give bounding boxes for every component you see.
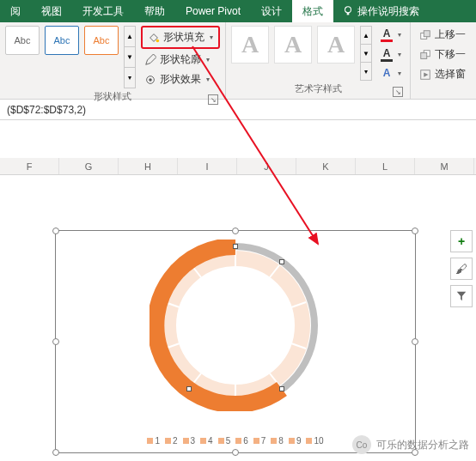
tab-format[interactable]: 格式 — [292, 0, 333, 22]
tab-review[interactable]: 阅 — [0, 0, 31, 22]
col-header[interactable]: K — [296, 158, 356, 174]
legend-item: 2 — [165, 436, 178, 446]
chart-object[interactable]: 1 2 3 4 5 6 7 8 9 10 — [55, 230, 416, 453]
col-header[interactable]: J — [237, 158, 296, 174]
legend-item: 5 — [218, 436, 231, 446]
tab-design[interactable]: 设计 — [251, 0, 292, 22]
dropdown-icon: ▾ — [125, 68, 135, 88]
tell-me-search[interactable]: 操作说明搜索 — [333, 0, 428, 22]
text-outline-button[interactable]: A ▾ — [377, 45, 405, 64]
svg-rect-6 — [424, 30, 430, 36]
series-handle[interactable] — [233, 244, 238, 249]
col-header[interactable]: G — [59, 158, 119, 174]
column-headers: F G H I J K L M — [0, 158, 476, 175]
col-header[interactable]: F — [0, 158, 59, 174]
legend-item: 8 — [271, 436, 284, 446]
col-header[interactable]: H — [119, 158, 178, 174]
ribbon-tabs: 阅 视图 开发工具 帮助 Power Pivot 设计 格式 操作说明搜索 — [0, 0, 476, 22]
resize-handle[interactable] — [52, 449, 59, 456]
ribbon-body: Abc Abc Abc ▲ ▼ ▾ 形状填充 ▾ 形状轮廓 — [0, 22, 476, 100]
send-backward-button[interactable]: 下移一 — [416, 45, 469, 64]
chart-side-tools: + 🖌 — [450, 230, 473, 307]
text-fill-button[interactable]: A ▾ — [377, 26, 405, 44]
legend-item: 4 — [200, 436, 213, 446]
highlight-annotation: 形状填充 ▾ — [141, 26, 220, 49]
chevron-up-icon: ▲ — [125, 27, 135, 47]
shape-outline-label: 形状轮廓 — [160, 52, 201, 67]
paint-bucket-icon — [148, 32, 160, 44]
tab-help[interactable]: 帮助 — [134, 0, 175, 22]
group-label-wordart: 艺术字样式 ↘ — [231, 81, 405, 99]
shape-style-gallery-more[interactable]: ▲ ▼ ▾ — [124, 26, 136, 88]
dropdown-icon: ▾ — [206, 76, 210, 83]
resize-handle[interactable] — [52, 227, 59, 234]
pen-icon — [144, 54, 156, 66]
shape-style-1[interactable]: Abc — [5, 26, 40, 55]
shape-outline-button[interactable]: 形状轮廓 ▾ — [141, 51, 220, 69]
funnel-icon — [455, 290, 467, 302]
chart-styles-button[interactable]: 🖌 — [450, 258, 473, 280]
series-handle[interactable] — [186, 386, 192, 391]
tab-developer[interactable]: 开发工具 — [72, 0, 134, 22]
tab-view[interactable]: 视图 — [31, 0, 72, 22]
svg-rect-1 — [347, 13, 350, 15]
text-outline-icon: A — [381, 47, 393, 62]
tell-me-label: 操作说明搜索 — [357, 4, 419, 19]
resize-handle[interactable] — [232, 449, 239, 456]
shape-fill-button[interactable]: 形状填充 ▾ — [144, 28, 217, 46]
resize-handle[interactable] — [412, 338, 418, 345]
col-header[interactable]: I — [178, 158, 237, 174]
selection-pane-label: 选择窗 — [435, 67, 466, 82]
watermark: Co 可乐的数据分析之路 — [352, 435, 469, 454]
selection-pane-button[interactable]: 选择窗 — [416, 65, 469, 83]
effects-icon — [144, 74, 156, 86]
series-handle[interactable] — [279, 259, 284, 264]
shape-style-3[interactable]: Abc — [84, 26, 119, 55]
series-handle[interactable] — [279, 386, 284, 391]
wordart-style-2[interactable]: A — [274, 26, 312, 64]
svg-rect-8 — [421, 52, 427, 58]
legend-item: 3 — [183, 436, 196, 446]
dropdown-icon: ▾ — [206, 56, 210, 64]
dropdown-icon: ▾ — [210, 33, 213, 41]
bring-forward-icon — [419, 29, 431, 41]
text-effects-icon: A — [381, 67, 393, 79]
group-shape-styles: Abc Abc Abc ▲ ▼ ▾ 形状填充 ▾ 形状轮廓 — [0, 22, 226, 99]
svg-point-11 — [168, 258, 302, 392]
chevron-down-icon: ▼ — [125, 47, 135, 68]
shape-effects-button[interactable]: 形状效果 ▾ — [141, 70, 220, 88]
send-backward-label: 下移一 — [435, 47, 466, 62]
chart-elements-button[interactable]: + — [450, 230, 473, 252]
svg-point-0 — [345, 7, 351, 13]
wordart-gallery-more[interactable]: ▲ ▼ ▾ — [360, 26, 372, 81]
dialog-launcher-icon[interactable]: ↘ — [393, 87, 403, 97]
resize-handle[interactable] — [52, 338, 59, 345]
resize-handle[interactable] — [232, 227, 239, 234]
chevron-up-icon: ▲ — [361, 27, 371, 45]
donut-svg — [150, 240, 321, 411]
legend-item: 9 — [289, 436, 302, 446]
donut-chart[interactable] — [150, 240, 321, 411]
col-header[interactable]: M — [415, 158, 474, 174]
wordart-style-3[interactable]: A — [317, 26, 355, 64]
text-effects-button[interactable]: A ▾ — [377, 65, 405, 81]
tab-powerpivot[interactable]: Power Pivot — [175, 0, 251, 22]
bring-forward-button[interactable]: 上移一 — [416, 26, 469, 44]
text-fill-icon: A — [381, 27, 393, 42]
group-label-shape-styles: 形状样式 ↘ — [5, 88, 220, 106]
legend-item: 7 — [253, 436, 266, 446]
dialog-launcher-icon[interactable]: ↘ — [208, 94, 218, 105]
svg-point-2 — [156, 39, 160, 42]
resize-handle[interactable] — [412, 227, 418, 234]
chart-filters-button[interactable] — [450, 285, 473, 307]
shape-style-2[interactable]: Abc — [45, 26, 79, 55]
watermark-text: 可乐的数据分析之路 — [376, 438, 469, 452]
shape-fill-label: 形状填充 — [163, 30, 204, 45]
wordart-style-1[interactable]: A — [231, 26, 269, 64]
dropdown-icon: ▾ — [398, 31, 401, 39]
col-header[interactable]: L — [356, 158, 415, 174]
dropdown-icon: ▾ — [398, 70, 401, 77]
worksheet[interactable]: F G H I J K L M — [0, 158, 476, 461]
group-arrange: 上移一 下移一 选择窗 — [411, 22, 474, 99]
chevron-down-icon: ▼ — [361, 45, 371, 63]
